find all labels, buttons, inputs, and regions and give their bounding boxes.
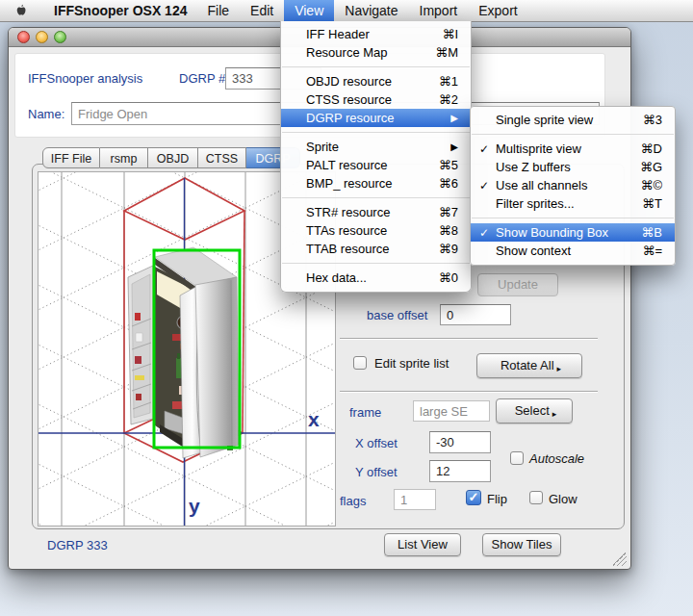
flags-label: flags bbox=[340, 494, 366, 508]
base-offset-input[interactable] bbox=[440, 304, 511, 325]
tab-iff-file[interactable]: IFF File bbox=[42, 147, 100, 168]
view-menu: IFF Header⌘I Resource Map⌘M OBJD resourc… bbox=[280, 21, 472, 293]
check-icon: ✓ bbox=[469, 490, 479, 504]
base-offset-label: base offset bbox=[367, 308, 427, 322]
menu-item-use-all-channels[interactable]: ✓Use all channels⌘© bbox=[471, 176, 675, 194]
menubar-item-edit[interactable]: Edit bbox=[240, 0, 284, 21]
y-offset-input[interactable] bbox=[429, 460, 491, 482]
menu-item-show-bounding-box[interactable]: ✓Show Bounding Box⌘B bbox=[471, 223, 675, 242]
check-icon: ✓ bbox=[479, 142, 496, 156]
menubar-item-export[interactable]: Export bbox=[468, 0, 527, 21]
menu-separator bbox=[282, 197, 470, 198]
close-button[interactable] bbox=[17, 31, 30, 43]
desktop: IFFSnooper OSX 124 File Edit View Naviga… bbox=[0, 0, 693, 616]
select-label: Select bbox=[515, 403, 550, 418]
menu-item-multisprite-view[interactable]: ✓Multisprite view⌘D bbox=[471, 140, 675, 158]
edit-sprite-list-checkbox[interactable] bbox=[353, 356, 367, 370]
dgrp-number-label: DGRP # bbox=[179, 71, 225, 86]
rotate-all-label: Rotate All bbox=[500, 358, 554, 372]
separator bbox=[340, 338, 598, 339]
popup-arrow-icon: ▸ bbox=[557, 364, 562, 373]
menu-item-dgrp-resource[interactable]: DGRP resource▶ bbox=[281, 109, 471, 127]
autoscale-checkbox[interactable] bbox=[510, 451, 524, 465]
flip-label: Flip bbox=[487, 492, 507, 506]
list-view-button[interactable]: List View bbox=[384, 533, 461, 556]
x-offset-label: X offset bbox=[355, 436, 398, 450]
menu-item-iff-header[interactable]: IFF Header⌘I bbox=[281, 25, 471, 43]
analysis-label: IFFSnooper analysis bbox=[28, 71, 142, 86]
tab-bar: IFF File rsmp OBJD CTSS DGRP bbox=[42, 147, 300, 168]
autoscale-label: Autoscale bbox=[529, 451, 584, 466]
glow-checkbox[interactable] bbox=[529, 491, 543, 504]
tab-ctss[interactable]: CTSS bbox=[198, 147, 246, 168]
menubar-app-name[interactable]: IFFSnooper OSX 124 bbox=[44, 0, 196, 21]
minimize-button[interactable] bbox=[36, 31, 48, 43]
flags-input[interactable] bbox=[394, 489, 436, 510]
popup-arrow-icon: ▸ bbox=[552, 409, 557, 419]
resize-grip[interactable] bbox=[613, 552, 627, 566]
select-button[interactable]: Select▸ bbox=[496, 398, 573, 424]
apple-icon[interactable] bbox=[14, 4, 29, 18]
menu-item-single-sprite-view[interactable]: Single sprite view⌘3 bbox=[471, 111, 675, 129]
tab-rsmp[interactable]: rsmp bbox=[100, 147, 148, 168]
menu-item-filter-sprites[interactable]: Filter sprites...⌘T bbox=[471, 194, 675, 213]
frame-label: frame bbox=[349, 405, 381, 420]
submenu-arrow-icon: ▶ bbox=[450, 141, 458, 152]
menu-separator bbox=[282, 263, 470, 264]
rotate-all-button[interactable]: Rotate All▸ bbox=[476, 353, 582, 378]
menu-item-resource-map[interactable]: Resource Map⌘M bbox=[281, 43, 471, 62]
menu-item-hex-data[interactable]: Hex data...⌘0 bbox=[281, 269, 471, 287]
menu-item-ctss-resource[interactable]: CTSS resource⌘2 bbox=[281, 90, 471, 109]
menubar-item-navigate[interactable]: Navigate bbox=[334, 0, 408, 21]
menu-separator bbox=[282, 66, 470, 67]
frame-input[interactable] bbox=[413, 400, 490, 422]
menu-separator bbox=[472, 218, 674, 218]
flip-checkbox[interactable]: ✓ bbox=[466, 490, 481, 505]
y-offset-label: Y offset bbox=[355, 465, 398, 479]
update-button[interactable]: Update bbox=[477, 273, 558, 296]
show-tiles-button[interactable]: Show Tiles bbox=[482, 533, 561, 556]
menubar-item-file[interactable]: File bbox=[196, 0, 240, 21]
menu-item-palt-resource[interactable]: PALT resource⌘5 bbox=[281, 156, 471, 174]
menu-item-bmp-resource[interactable]: BMP_ resource⌘6 bbox=[281, 174, 471, 192]
x-axis-label: x bbox=[308, 408, 320, 430]
menu-item-str-resource[interactable]: STR# resource⌘7 bbox=[281, 203, 471, 221]
submenu-arrow-icon: ▶ bbox=[450, 113, 458, 123]
menu-item-ttab-resource[interactable]: TTAB resource⌘9 bbox=[281, 240, 471, 258]
glow-label: Glow bbox=[549, 492, 578, 506]
separator bbox=[340, 391, 598, 392]
zoom-button[interactable] bbox=[54, 31, 66, 43]
x-offset-input[interactable] bbox=[429, 431, 491, 453]
menu-item-use-z-buffers[interactable]: Use Z buffers⌘G bbox=[471, 158, 675, 176]
menu-separator bbox=[472, 134, 674, 135]
name-label: Name: bbox=[28, 107, 64, 121]
menu-item-objd-resource[interactable]: OBJD resource⌘1 bbox=[281, 72, 471, 90]
dgrp-footer-label: DGRP 333 bbox=[47, 538, 108, 552]
edit-sprite-list-label: Edit sprite list bbox=[374, 356, 449, 371]
menu-bar: IFFSnooper OSX 124 File Edit View Naviga… bbox=[0, 0, 693, 22]
check-icon: ✓ bbox=[479, 226, 496, 240]
dgrp-resource-submenu: Single sprite view⌘3 ✓Multisprite view⌘D… bbox=[470, 106, 676, 266]
y-axis-label: y bbox=[189, 495, 200, 517]
menubar-item-import[interactable]: Import bbox=[409, 0, 469, 21]
menu-item-show-context[interactable]: Show context⌘= bbox=[471, 242, 675, 260]
menu-separator bbox=[282, 132, 470, 133]
menubar-item-view[interactable]: View bbox=[284, 0, 334, 21]
menu-item-sprite[interactable]: Sprite▶ bbox=[281, 138, 471, 156]
tab-objd[interactable]: OBJD bbox=[148, 147, 198, 168]
menu-item-ttas-resource[interactable]: TTAs resource⌘8 bbox=[281, 221, 471, 240]
check-icon: ✓ bbox=[479, 179, 496, 192]
